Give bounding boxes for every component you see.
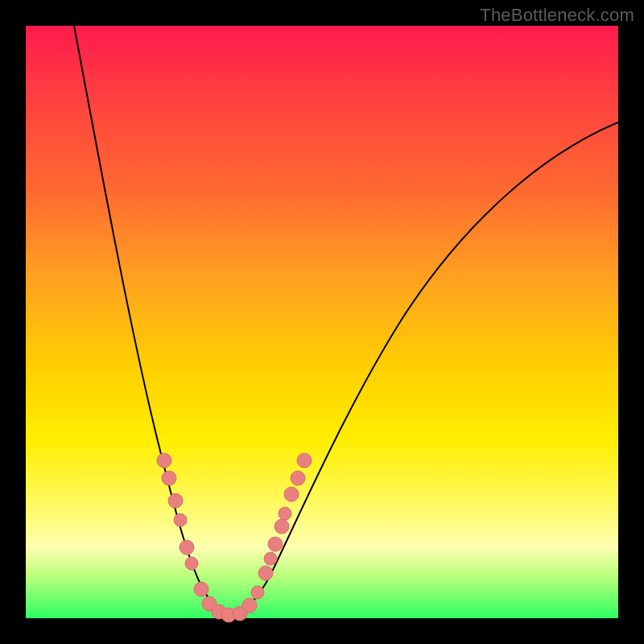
data-point [268, 537, 283, 551]
data-point [264, 552, 277, 565]
data-point [162, 471, 176, 485]
plot-area [26, 26, 618, 618]
data-point [242, 598, 257, 613]
data-point [185, 557, 198, 570]
curve-right [229, 122, 618, 615]
data-point [157, 453, 171, 468]
data-point [275, 519, 289, 534]
watermark-text: TheBottleneck.com [480, 5, 634, 26]
data-point [194, 582, 208, 597]
data-point [284, 487, 299, 502]
data-point [168, 493, 183, 508]
data-point [174, 514, 187, 526]
data-point [297, 453, 312, 468]
data-point [279, 507, 291, 520]
data-point [251, 586, 264, 599]
chart-overlay [26, 26, 618, 618]
curve-left [74, 26, 229, 615]
data-point [291, 471, 305, 485]
data-point [180, 540, 194, 555]
outer-frame: TheBottleneck.com [0, 0, 644, 644]
data-point [258, 566, 273, 580]
